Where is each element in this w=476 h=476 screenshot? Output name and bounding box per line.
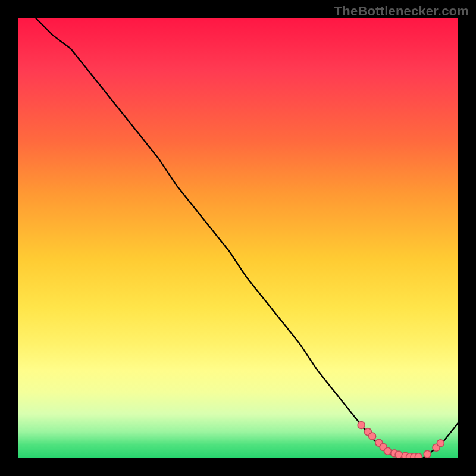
chart-marker [437,440,444,447]
chart-marker [391,450,398,457]
chart-marker [369,433,376,440]
chart-marker [433,444,440,451]
chart-marker [395,451,402,458]
chart-marker [411,453,418,458]
chart-marker-group [358,422,444,459]
chart-marker [406,453,414,458]
chart-plot-area [18,18,458,458]
chart-marker [380,444,387,451]
chart-marker [358,422,365,429]
chart-marker [402,452,409,458]
chart-marker [364,428,371,436]
chart-container: TheBottlenecker.com [0,0,476,476]
chart-marker [375,439,383,446]
chart-marker [424,450,431,458]
chart-marker [415,453,422,458]
chart-marker [384,447,392,455]
brand-watermark: TheBottlenecker.com [334,4,469,19]
chart-svg [18,18,458,458]
chart-curve [36,18,458,458]
